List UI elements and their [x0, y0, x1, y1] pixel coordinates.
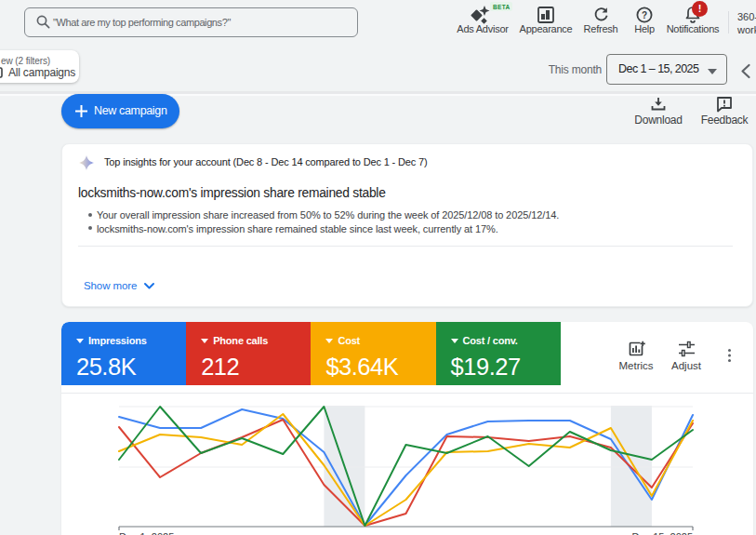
svg-text:Dec 1, 2025: Dec 1, 2025	[119, 531, 174, 535]
svg-text:Dec 15, 2025: Dec 15, 2025	[632, 531, 693, 535]
svg-text:?: ?	[642, 10, 647, 20]
